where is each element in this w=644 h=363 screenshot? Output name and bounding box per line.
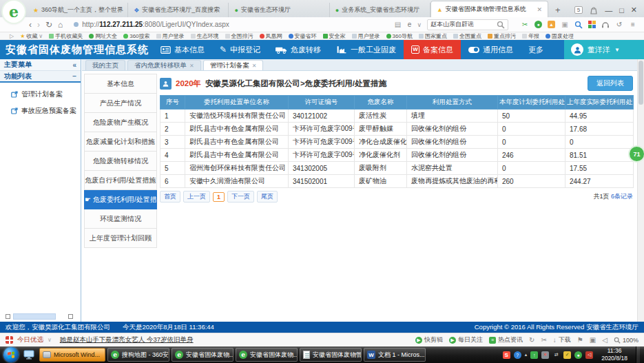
- promo-label[interactable]: 今日优选: [17, 335, 43, 344]
- assistant-float-button[interactable]: 71: [630, 147, 644, 161]
- nav-item-declare[interactable]: ✎ 申报登记: [212, 40, 268, 59]
- menu-icon[interactable]: ≡: [629, 21, 637, 29]
- bookmark-item[interactable]: 固废处理: [546, 32, 574, 40]
- taskbar-task-word[interactable]: W 文档 1 - Micros...: [364, 348, 426, 362]
- speaker-icon[interactable]: ◁: [602, 336, 607, 344]
- shield-check-icon[interactable]: ✓: [563, 351, 571, 359]
- menu-item-entrusted-disposal[interactable]: ☛危废委托利用/处置措: [84, 190, 157, 209]
- network-error-icon[interactable]: ✕: [541, 351, 549, 359]
- snapshot-icon[interactable]: ▣: [561, 21, 569, 29]
- vertical-scrollbar[interactable]: [637, 59, 644, 333]
- browser-tab[interactable]: ● 业务系统_安徽省生态环境厅: [330, 3, 430, 17]
- shield-icon[interactable]: ▲: [548, 21, 555, 28]
- window-icon[interactable]: ▣: [590, 336, 596, 344]
- bookmark-item[interactable]: 年报: [522, 32, 539, 40]
- bookmark-item[interactable]: 凤凰网: [260, 32, 282, 40]
- browser-tab[interactable]: ❖ 安徽省生态环境厅_百度搜索: [128, 3, 229, 17]
- menu-item-waste-generation[interactable]: 危险废物产生概况: [84, 113, 157, 132]
- content-tab-transfer-form[interactable]: 省内危废转移联单✕: [127, 60, 201, 70]
- apps-grid-icon[interactable]: [588, 21, 596, 28]
- tab-close-icon[interactable]: ✕: [189, 63, 194, 69]
- bookmark-item[interactable]: 安徽省环: [289, 32, 317, 40]
- table-row[interactable]: 6安徽中久润滑油有限公司341502001废矿物油废物再提炼或其他废油的再利用2…: [160, 175, 634, 188]
- sidebar-item-management-plan[interactable]: 管理计划备案: [0, 83, 81, 99]
- table-row[interactable]: 4尉氏县吉中有色金属有限公司卞环许可危废字009号净化废催化剂回收催化剂的组份2…: [160, 149, 634, 162]
- bookmark-item[interactable]: 国家重点: [419, 32, 447, 40]
- menu-item-reduction-plan[interactable]: 危废减量化计划和措施: [84, 132, 157, 152]
- menu-item-production[interactable]: 产品生产情况: [84, 94, 157, 113]
- scissors-icon[interactable]: ✂: [521, 21, 529, 29]
- bookmark-item[interactable]: 全国重点: [453, 32, 481, 40]
- browser-logo-icon[interactable]: e: [3, 1, 25, 23]
- table-row[interactable]: 2尉氏县吉中有色金属有限公司卞环许可危废字009号废甲醇触媒回收催化剂的组份01…: [160, 123, 634, 136]
- chevron-down-icon[interactable]: ∨: [48, 337, 52, 343]
- table-row[interactable]: 1安徽浩悦环境科技有限责任公司340121002废活性炭填埋5044.95: [160, 110, 634, 123]
- bookmark-item[interactable]: 全国排污: [225, 32, 253, 40]
- table-row[interactable]: 3尉氏县吉中有色金属有限公司卞环许可危废字009号净化合成废催化剂回收催化剂的组…: [160, 136, 634, 149]
- sidebar-section-bar[interactable]: 功能列表 −: [0, 71, 81, 83]
- start-button[interactable]: [3, 347, 19, 362]
- compat-e-icon[interactable]: e: [405, 21, 413, 29]
- taskbar-task-map[interactable]: e 搜狗地图 - 360安...: [107, 348, 169, 362]
- clip-icon[interactable]: ✂: [541, 336, 546, 344]
- news-link[interactable]: 她是赵本山手下最漂亮女艺人 今37岁依旧单身: [60, 335, 194, 344]
- speed-badge[interactable]: 5: [574, 6, 583, 14]
- quick-clip-tool[interactable]: ▶快剪辑: [415, 335, 443, 344]
- menu-item-env-monitoring[interactable]: 环境监测情况: [84, 209, 157, 229]
- tab-close-icon[interactable]: ✕: [252, 63, 257, 69]
- url-field[interactable]: http://112.27.211.25:8080/LigerUI/QYInde…: [74, 21, 301, 28]
- scrollbar-thumb[interactable]: [638, 61, 643, 105]
- page-last-button[interactable]: 尾页: [257, 191, 278, 203]
- menu-item-basic-info[interactable]: 基本信息: [84, 74, 157, 94]
- shopping-bag-icon[interactable]: [590, 6, 598, 14]
- bookmark-item[interactable]: 360导航: [386, 32, 413, 40]
- minus-icon[interactable]: −: [72, 72, 76, 80]
- show-desktop-button[interactable]: [636, 346, 640, 363]
- content-tab-home[interactable]: 我的主页: [85, 60, 125, 70]
- menu-item-transfer-status[interactable]: 危险废物转移情况: [84, 152, 157, 171]
- download-button[interactable]: ↓下载: [553, 335, 571, 344]
- table-row[interactable]: 5宿州海创环保科技有限责任公司341302005废吸附剂水泥窑共处置017.55: [160, 162, 634, 175]
- bookmark-item[interactable]: 重点排污: [488, 32, 516, 40]
- bookmark-item[interactable]: 手机收藏夹: [49, 32, 83, 40]
- taskbar-task-microsoft[interactable]: Microsoft Wind...: [39, 348, 105, 362]
- nav-item-more[interactable]: 更多: [521, 40, 551, 59]
- sidebar-item-emergency-plan[interactable]: 事故应急预案备案: [0, 99, 81, 116]
- search-box[interactable]: [427, 19, 508, 30]
- zoom-control[interactable]: 100%: [614, 337, 638, 344]
- browser-tab[interactable]: ★ 360导航_一个主页，整个世界: [28, 3, 128, 17]
- page-first-button[interactable]: 首页: [160, 191, 180, 203]
- nav-item-industrial-waste[interactable]: 一般工业固废: [329, 40, 404, 59]
- daily-follow-tool[interactable]: ▶每日关注: [449, 335, 483, 344]
- bookmark-item[interactable]: 生态环境: [191, 32, 219, 40]
- plugin-green-icon[interactable]: ●: [534, 21, 542, 28]
- browser-tab-active[interactable]: ▲ 安徽省固体废物管理信息系统 ✕: [430, 1, 548, 17]
- nav-item-basic-info[interactable]: 基本信息: [153, 40, 212, 59]
- undo-icon[interactable]: ↺: [615, 21, 623, 29]
- bookmarks-expand-icon[interactable]: ▷: [10, 33, 14, 39]
- taskbar-task-solidwaste-1[interactable]: e 安徽省固体废物...: [172, 348, 233, 362]
- help-icon[interactable]: ?: [514, 351, 521, 359]
- forward-icon[interactable]: ›: [37, 20, 40, 30]
- content-tab-management-plan[interactable]: 管理计划备案✕: [203, 60, 264, 70]
- tray-expand-icon[interactable]: ▴: [525, 352, 528, 357]
- zoom-search-icon[interactable]: [574, 21, 583, 29]
- headset-icon[interactable]: [601, 21, 610, 28]
- taskbar-task-solidwaste-2[interactable]: e 安徽省固体废物...: [236, 348, 298, 362]
- chevron-down-icon[interactable]: ∨: [417, 21, 422, 28]
- taskbar-clock[interactable]: 11:36 2020/8/18: [596, 347, 632, 362]
- update-icon[interactable]: ↑: [530, 351, 538, 359]
- sync-icon[interactable]: ⇄: [552, 351, 560, 359]
- search-input[interactable]: [430, 21, 494, 28]
- bookmark-item[interactable]: 网址大全: [89, 32, 117, 40]
- refresh-icon[interactable]: ↻: [45, 20, 52, 30]
- minimize-icon[interactable]: —: [605, 6, 612, 14]
- reader-icon[interactable]: ▤: [393, 21, 402, 29]
- volume-muted-icon[interactable]: ◁: [585, 351, 593, 359]
- home-icon[interactable]: ⌂: [58, 20, 63, 30]
- sogou-input-icon[interactable]: S: [503, 351, 510, 359]
- bookmark-item[interactable]: 用户登录: [156, 32, 185, 40]
- collapse-icon[interactable]: «: [72, 61, 76, 69]
- bookmark-item[interactable]: 安全家: [323, 32, 346, 40]
- user-menu[interactable]: 董洋洋 ▼: [564, 40, 644, 59]
